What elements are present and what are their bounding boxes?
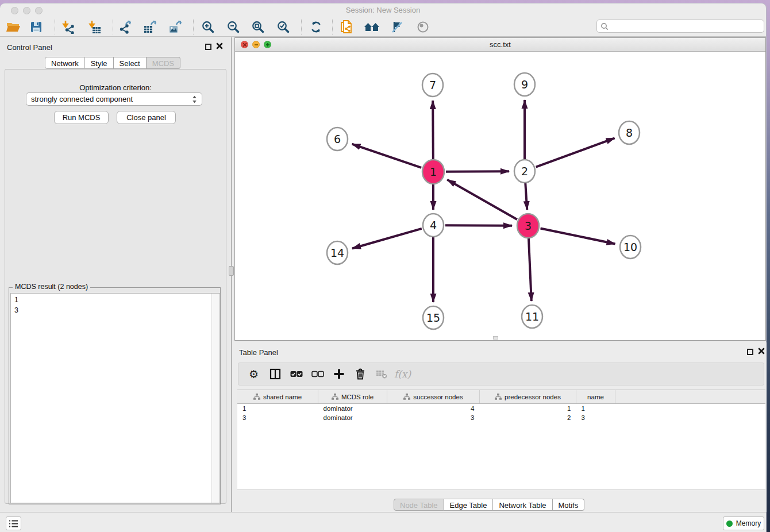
graph-edge-3-1[interactable]	[447, 180, 517, 219]
gear-icon: ⚙	[249, 369, 259, 380]
select-all-columns-button[interactable]	[286, 365, 307, 383]
column-header-predecessor-nodes[interactable]: predecessor nodes	[480, 390, 576, 404]
tab-style[interactable]: Style	[85, 57, 114, 69]
graph-edge-4-14[interactable]	[352, 229, 422, 249]
toggle-columns-button[interactable]	[264, 365, 286, 383]
show-graphics-details-button[interactable]	[414, 19, 432, 35]
import-table-button[interactable]	[86, 19, 103, 35]
application-window: Session: New Session	[0, 3, 767, 532]
graph-edge-2-3[interactable]	[525, 183, 527, 210]
search-input[interactable]	[609, 22, 760, 31]
export-image-button[interactable]	[167, 19, 184, 35]
search-field[interactable]	[596, 20, 764, 33]
column-header-MCDS-role[interactable]: MCDS role	[318, 390, 387, 404]
close-panel-icon[interactable]	[215, 42, 224, 50]
deselect-all-columns-button[interactable]	[307, 365, 328, 383]
delete-column-button[interactable]	[349, 365, 371, 383]
run-mcds-button[interactable]: Run MCDS	[54, 111, 109, 124]
toolbar-separator	[332, 20, 333, 34]
share-session-file-button[interactable]	[338, 19, 355, 35]
close-traffic-light[interactable]	[11, 7, 18, 14]
main-toolbar	[0, 17, 766, 37]
column-tree-icon	[253, 394, 260, 400]
column-tree-icon	[495, 394, 502, 400]
table-row[interactable]: 1dominator411	[237, 404, 765, 414]
tab-mcds[interactable]: MCDS	[147, 57, 180, 69]
close-panel-button[interactable]: Close panel	[117, 111, 176, 124]
import-network-button[interactable]	[60, 19, 77, 35]
table-close-panel-icon[interactable]	[757, 347, 765, 355]
zoom-traffic-light[interactable]	[35, 7, 43, 14]
export-network-button[interactable]	[117, 19, 134, 35]
tab-network[interactable]: Network	[45, 57, 85, 69]
column-header-successor-nodes[interactable]: successor nodes	[387, 390, 480, 404]
canvas-resize-handle[interactable]	[493, 336, 498, 340]
table-cell[interactable]: 3	[237, 413, 318, 422]
graph-edge-2-8[interactable]	[536, 138, 615, 167]
zoom-out-button[interactable]	[225, 19, 242, 35]
home-button[interactable]	[363, 19, 380, 35]
flag-slash-icon	[390, 20, 404, 34]
column-header-shared-name[interactable]: shared name	[237, 390, 318, 404]
table-cell[interactable]: 1	[237, 404, 318, 414]
graph-edge-3-11[interactable]	[529, 238, 532, 301]
tab-edge-table[interactable]: Edge Table	[444, 499, 494, 511]
toolbar-separator	[113, 20, 114, 34]
zoom-fit-button[interactable]	[249, 19, 267, 35]
zoom-in-button[interactable]	[199, 19, 217, 35]
hide-graphics-details-button[interactable]	[388, 19, 406, 35]
minimize-traffic-light[interactable]	[23, 7, 30, 14]
divider-handle[interactable]	[229, 266, 234, 276]
search-icon	[600, 22, 609, 30]
table-cell[interactable]: 2	[480, 413, 576, 422]
table-cell[interactable]: 1	[576, 404, 615, 414]
graph-edge-3-10[interactable]	[541, 228, 615, 244]
network-canvas[interactable]: 7968124314101511	[235, 52, 765, 340]
network-close-icon[interactable]	[241, 41, 248, 48]
tab-node-table[interactable]: Node Table	[394, 499, 444, 511]
result-scrollbar[interactable]	[211, 294, 220, 503]
node-table-header[interactable]: shared nameMCDS rolesuccessor nodesprede…	[237, 390, 765, 404]
graph-edge-4-3[interactable]	[445, 225, 512, 226]
optimization-criterion-dropdown[interactable]: strongly connected component	[26, 92, 202, 106]
table-cell[interactable]: 4	[387, 404, 480, 414]
table-row[interactable]: 3dominator323	[237, 413, 765, 422]
refresh-view-button[interactable]	[307, 19, 325, 35]
zoom-in-icon	[201, 20, 215, 34]
export-table-button[interactable]	[142, 19, 159, 35]
column-header-name[interactable]: name	[576, 390, 615, 404]
window-title: Session: New Session	[0, 3, 766, 17]
network-minimize-icon[interactable]	[252, 41, 260, 48]
graph-node-label: 2	[521, 165, 528, 178]
control-panel-title: Control Panel	[7, 43, 52, 52]
graph-node-label: 14	[330, 246, 344, 259]
add-column-button[interactable]	[328, 365, 349, 383]
table-cell[interactable]: 3	[387, 413, 480, 422]
table-cell[interactable]: dominator	[318, 413, 387, 422]
save-session-button[interactable]	[28, 19, 45, 35]
table-cell[interactable]: 1	[480, 404, 576, 414]
graph-node-label: 9	[521, 78, 528, 91]
zoom-selected-button[interactable]	[275, 19, 292, 35]
tab-motifs[interactable]: Motifs	[553, 499, 585, 511]
memory-button[interactable]: Memory	[723, 516, 764, 530]
float-panel-icon[interactable]	[205, 44, 211, 50]
tab-network-table[interactable]: Network Table	[493, 499, 552, 511]
graph-node-label: 3	[525, 219, 532, 232]
mcds-result-values: 1 3	[14, 295, 209, 315]
node-table-body[interactable]: 1dominator4113dominator323	[237, 404, 765, 423]
table-float-panel-icon[interactable]	[747, 349, 753, 355]
toolbar-separator	[55, 20, 56, 34]
graph-edge-1-2[interactable]	[446, 171, 509, 172]
column-header-label: successor nodes	[413, 394, 463, 400]
table-cell[interactable]: dominator	[318, 404, 387, 414]
task-history-button[interactable]	[6, 516, 21, 530]
open-file-button[interactable]	[5, 19, 22, 35]
graph-edge-1-7[interactable]	[433, 101, 433, 159]
network-maximize-icon[interactable]	[264, 41, 271, 48]
table-cell[interactable]: 3	[576, 413, 615, 422]
list-icon	[9, 519, 18, 528]
tab-select[interactable]: Select	[114, 57, 147, 69]
table-settings-button[interactable]: ⚙	[243, 365, 264, 383]
graph-edge-1-6[interactable]	[352, 144, 422, 168]
